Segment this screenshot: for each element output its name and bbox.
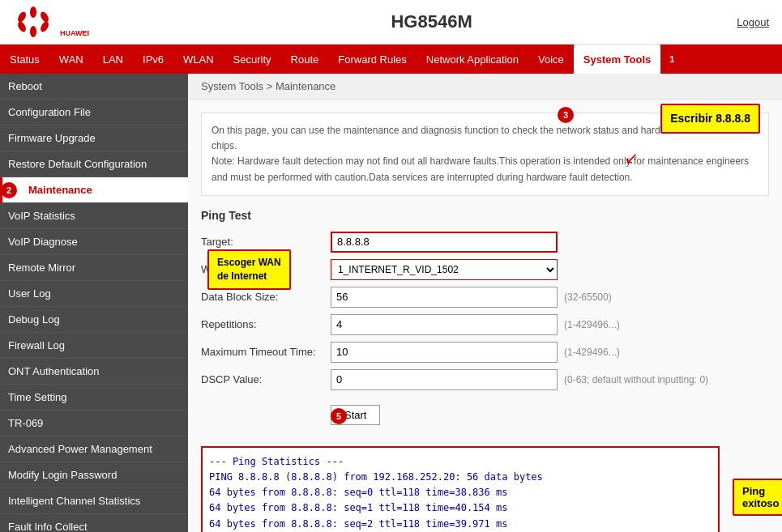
form-row-dscp: DSCP Value: (0-63; default without input…: [201, 369, 769, 390]
annotation-1: 1: [664, 51, 680, 67]
nav-status[interactable]: Status: [0, 45, 49, 74]
target-input[interactable]: [331, 232, 558, 253]
block-size-input[interactable]: [331, 287, 558, 308]
nav-ipv6[interactable]: IPv6: [133, 45, 173, 74]
sidebar-voip-stats[interactable]: VoIP Statistics: [0, 203, 188, 229]
sidebar: Reboot Configuration File Firmware Upgra…: [0, 74, 188, 532]
annotation-6-area: ← 6 Ping exitoso: [733, 487, 750, 508]
target-label: Target:: [201, 236, 331, 248]
brand-label: HUAWEI: [60, 29, 89, 37]
repetitions-hint: (1-429496...): [564, 319, 620, 330]
logout-button[interactable]: Logout: [737, 16, 769, 28]
sidebar-config-file[interactable]: Configuration File: [0, 100, 188, 126]
nav-forward-rules[interactable]: Forward Rules: [328, 45, 417, 74]
logo-area: HUAWEI HUAWEI: [13, 6, 126, 38]
start-btn-row: Start 5: [331, 398, 769, 435]
form-row-timeout: Maximum Timeout Time: (1-429496...): [201, 342, 769, 363]
sidebar-fault-info[interactable]: Fault Info Collect: [0, 514, 188, 532]
dscp-label: DSCP Value:: [201, 373, 331, 385]
annotation-box-wan: Escoger WAN de Internet: [207, 249, 291, 290]
sidebar-user-log[interactable]: User Log: [0, 281, 188, 307]
header: HUAWEI HUAWEI HG8546M Logout: [0, 0, 782, 45]
breadcrumb: System Tools > Maintenance: [188, 74, 782, 100]
sidebar-firewall-log[interactable]: Firewall Log: [0, 333, 188, 359]
form-row-wan: WAN Name: 1_INTERNET_R_VID_1502 1_INTERN…: [201, 259, 769, 280]
repetitions-input[interactable]: [331, 314, 558, 335]
model-title: HG8546M: [126, 11, 737, 32]
ping-result[interactable]: --- Ping Statistics --- PING 8.8.8.8 (8.…: [201, 446, 720, 532]
sidebar-debug-log[interactable]: Debug Log: [0, 307, 188, 333]
sidebar-tr069[interactable]: TR-069: [0, 411, 188, 436]
annotation-box-escribir: Escribir 8.8.8.8: [660, 104, 760, 134]
main-layout: Reboot Configuration File Firmware Upgra…: [0, 74, 782, 532]
sidebar-restore-default[interactable]: Restore Default Configuration: [0, 151, 188, 177]
nav-security[interactable]: Security: [224, 45, 281, 74]
sidebar-modify-password[interactable]: Modify Login Password: [0, 462, 188, 488]
info-box: On this page, you can use the maintenanc…: [201, 113, 769, 196]
svg-point-3: [39, 20, 50, 33]
block-size-hint: (32-65500): [564, 292, 612, 303]
sidebar-intelligent-channel[interactable]: Intelligent Channel Statistics: [0, 488, 188, 514]
sidebar-reboot[interactable]: Reboot: [0, 74, 188, 100]
svg-point-2: [16, 11, 28, 23]
nav-wan[interactable]: WAN: [49, 45, 93, 74]
sidebar-adv-power[interactable]: Advanced Power Management: [0, 436, 188, 462]
sidebar-voip-diagnose[interactable]: VoIP Diagnose: [0, 229, 188, 255]
dscp-input[interactable]: [331, 369, 558, 390]
dscp-hint: (0-63; default without inputting: 0): [564, 374, 708, 385]
result-row: --- Ping Statistics --- PING 8.8.8.8 (8.…: [201, 446, 769, 532]
timeout-input[interactable]: [331, 342, 558, 363]
nav-wlan[interactable]: WLAN: [173, 45, 224, 74]
svg-point-0: [30, 6, 36, 18]
annotation-3: 3: [558, 107, 574, 123]
sidebar-remote-mirror[interactable]: Remote Mirror: [0, 255, 188, 281]
repetitions-label: Repetitions:: [201, 318, 331, 330]
main-content: System Tools > Maintenance On this page,…: [188, 74, 782, 532]
navbar: Status WAN LAN IPv6 WLAN Security Route …: [0, 45, 782, 74]
timeout-hint: (1-429496...): [564, 347, 620, 358]
nav-voice[interactable]: Voice: [528, 45, 574, 74]
nav-system-tools[interactable]: System Tools: [574, 45, 661, 74]
annotation-2: 2: [1, 182, 17, 198]
sidebar-firmware[interactable]: Firmware Upgrade: [0, 126, 188, 151]
content-area: On this page, you can use the maintenanc…: [188, 100, 782, 532]
sidebar-maintenance[interactable]: 2 Maintenance: [0, 177, 188, 203]
block-size-label: Data Block Size:: [201, 291, 331, 303]
svg-point-1: [30, 26, 36, 37]
arrow-3: ↙: [625, 146, 639, 170]
wan-select[interactable]: 1_INTERNET_R_VID_1502 1_INTERNET_R_VID_1…: [331, 259, 558, 280]
sidebar-time-setting[interactable]: Time Setting: [0, 385, 188, 411]
svg-point-4: [16, 20, 28, 33]
nav-route[interactable]: Route: [281, 45, 329, 74]
form-row-block-size: Data Block Size: (32-65500): [201, 287, 769, 308]
huawei-logo: HUAWEI: [13, 6, 53, 38]
nav-lan[interactable]: LAN: [93, 45, 133, 74]
sidebar-ont-auth[interactable]: ONT Authentication: [0, 359, 188, 385]
form-row-repetitions: Repetitions: (1-429496...): [201, 314, 769, 335]
timeout-label: Maximum Timeout Time:: [201, 346, 331, 358]
ping-test-title: Ping Test: [201, 209, 769, 222]
svg-point-5: [39, 11, 50, 23]
annotation-box-ping-exitoso: Ping exitoso: [733, 479, 782, 516]
nav-network-app[interactable]: Network Application: [417, 45, 528, 74]
